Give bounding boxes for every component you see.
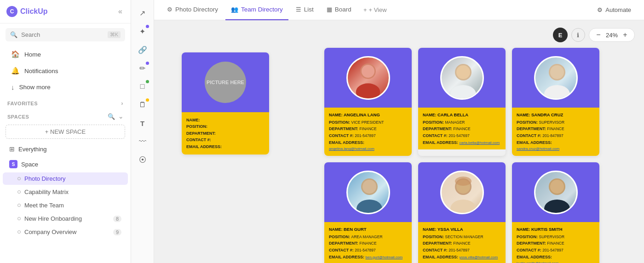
nav-label-notifications: Notifications [24, 68, 58, 74]
person-card-top [324, 48, 412, 108]
sidebar-item-meet-the-team[interactable]: Meet the Team [3, 199, 128, 212]
search-spaces-icon[interactable]: 🔍 [108, 113, 115, 120]
zoom-in-button[interactable]: + [621, 30, 630, 40]
person-card-top [512, 48, 599, 108]
svg-point-13 [450, 200, 476, 214]
person-card-carla-bella: NAME: CARLA BELLA POSITION: MANAGER DEPA… [418, 48, 506, 156]
template-card-top: PICTURE HERE [182, 52, 269, 112]
person-card-bottom: NAME: ANGELINA LANG POSITION: VICE PRESI… [324, 108, 412, 156]
space-label: Space [21, 161, 38, 168]
template-name-field: NAME: [186, 117, 264, 123]
magic-tool-button[interactable]: ✦ [134, 23, 151, 40]
nav-item-home[interactable]: 🏠 Home [4, 46, 127, 62]
person-contact: CONTACT #: 201-847897 [517, 132, 595, 139]
info-button[interactable]: ℹ [571, 28, 585, 42]
person-name-row: NAME: CARLA BELLA [423, 111, 501, 119]
cursor-tool-button[interactable]: ↗ [134, 5, 151, 21]
text-tool-button[interactable]: T [134, 115, 151, 132]
link-tool-button[interactable]: 🔗 [134, 41, 151, 58]
space-dot-icon: S [9, 160, 17, 168]
note-dot-indicator [146, 98, 149, 102]
new-space-button[interactable]: + NEW SPACE [6, 125, 125, 139]
person-photo-sandra [534, 56, 578, 100]
purple-dot-indicator [146, 25, 149, 28]
zoom-out-button[interactable]: − [594, 30, 603, 40]
sidebar: C ClickUp « 🔍 ⌘K 🏠 Home 🔔 Notifications … [0, 0, 131, 263]
zoom-controls: − 24% + [589, 28, 635, 42]
search-input[interactable] [21, 31, 104, 38]
toolbar-strip: ↗ ✦ 🔗 ✏ □ 🗒 T 〰 ⦿ [131, 0, 154, 263]
person-contact: CONTACT #: 201-547897 [329, 247, 407, 254]
person-card-angelina-lang: NAME: ANGELINA LANG POSITION: VICE PRESI… [324, 48, 412, 156]
person-email: EMAIL ADDRESS: kurtis.smith@hotmail.com [517, 254, 595, 263]
person-department: DEPARTMENT: FINANCE [517, 126, 595, 132]
list-icon: ☰ [296, 6, 301, 13]
person-department: DEPARTMENT: FINANCE [329, 240, 407, 247]
svg-point-11 [362, 180, 376, 194]
person-card-sandra-cruz: NAME: SANDRA CRUZ POSITION: SUPERVISOR D… [512, 48, 599, 156]
home-icon: 🏠 [11, 50, 20, 58]
tab-team-directory[interactable]: 👥 Team Directory [225, 0, 288, 20]
sidebar-item-photo-directory[interactable]: Photo Directory [3, 172, 128, 185]
canvas-controls: E ℹ − 24% + [553, 28, 635, 42]
svg-point-4 [450, 85, 476, 100]
person-silhouette [535, 172, 578, 214]
sub-dot-icon [17, 217, 21, 220]
favorites-section-label: FAVORITES › [0, 95, 131, 109]
person-card-bottom: NAME: SANDRA CRUZ POSITION: SUPERVISOR D… [512, 108, 599, 156]
sidebar-item-company-overview[interactable]: Company Overview 9 [3, 226, 128, 238]
pencil-dot-indicator [146, 62, 149, 65]
sidebar-item-new-hire-onboarding[interactable]: New Hire Onboarding 8 [3, 212, 128, 225]
person-contact: CONTACT #: 201-547697 [423, 132, 501, 139]
svg-point-18 [550, 180, 564, 194]
nav-item-show-more[interactable]: ↓ Show more [4, 80, 127, 95]
share-tool-button[interactable]: ⦿ [134, 152, 151, 168]
canvas-area[interactable]: E ℹ − 24% + PICTURE HERE NAME: POSITIO [154, 20, 644, 263]
person-photo-yssa [440, 171, 484, 214]
person-position: POSITION: MANAGER [423, 119, 501, 126]
chevron-down-icon[interactable]: ⌄ [118, 113, 124, 120]
app-name: ClickUp [20, 7, 48, 16]
template-department-field: DEPARTMENT: [186, 130, 264, 137]
sub-dot-icon [17, 204, 21, 207]
tab-photo-directory[interactable]: ⚙ Photo Directory [161, 0, 224, 20]
person-email: EMAIL ADDRESS: carla.bella@hotmail.com [423, 139, 501, 146]
person-card-top [418, 48, 506, 108]
sidebar-item-space[interactable]: S Space [3, 157, 128, 172]
chevron-right-icon: › [121, 100, 123, 107]
person-silhouette [348, 56, 389, 100]
automate-button[interactable]: ⚙ Automate [592, 4, 637, 16]
search-bar[interactable]: 🔍 ⌘K [6, 28, 125, 41]
person-contact: CONTACT #: 201-547897 [329, 132, 407, 139]
square-tool-button[interactable]: □ [134, 78, 151, 95]
note-tool-button[interactable]: 🗒 [134, 97, 151, 113]
draw-tool-button[interactable]: 〰 [134, 133, 151, 150]
person-card-kurtis-smith: NAME: KURTIS SMITH POSITION: SUPERVISOR … [512, 162, 599, 263]
collapse-sidebar-button[interactable]: « [116, 6, 124, 17]
person-photo-ben [346, 171, 390, 214]
person-position: POSITION: AREA MANAGER [329, 234, 407, 240]
sidebar-item-capability-matrix[interactable]: Capability Matrix [3, 186, 128, 198]
person-email: EMAIL ADDRESS: ben.gurt@hotmail.com [329, 254, 407, 261]
logo[interactable]: C ClickUp [6, 6, 48, 17]
tab-board[interactable]: ▦ Board [321, 0, 357, 20]
svg-point-1 [356, 83, 380, 100]
person-name-row: NAME: YSSA VILLA [423, 226, 501, 233]
person-card-ben-gurt: NAME: BEN GURT POSITION: AREA MANAGER DE… [324, 162, 412, 263]
add-view-button[interactable]: + + View [359, 4, 391, 16]
person-card-bottom: NAME: CARLA BELLA POSITION: MANAGER DEPA… [418, 108, 506, 149]
sidebar-header: C ClickUp « [0, 0, 131, 23]
nav-item-notifications[interactable]: 🔔 Notifications [4, 63, 127, 79]
person-contact: CONTACT #: 201-547897 [423, 247, 501, 254]
tab-list[interactable]: ☰ List [290, 0, 319, 20]
nav-label-show-more: Show more [19, 84, 51, 91]
sub-item-label: Company Overview [24, 229, 76, 235]
person-photo-carla [440, 56, 484, 100]
person-card-top [512, 162, 599, 222]
logo-icon: C [6, 6, 17, 17]
canvas-content: PICTURE HERE NAME: POSITION: DEPARTMENT:… [154, 20, 644, 263]
pencil-tool-button[interactable]: ✏ [134, 60, 151, 76]
template-email-field: EMAIL ADDRESS: [186, 143, 264, 150]
sidebar-item-everything[interactable]: ⊞ Everything [3, 142, 128, 156]
people-icon: 👥 [231, 6, 238, 13]
